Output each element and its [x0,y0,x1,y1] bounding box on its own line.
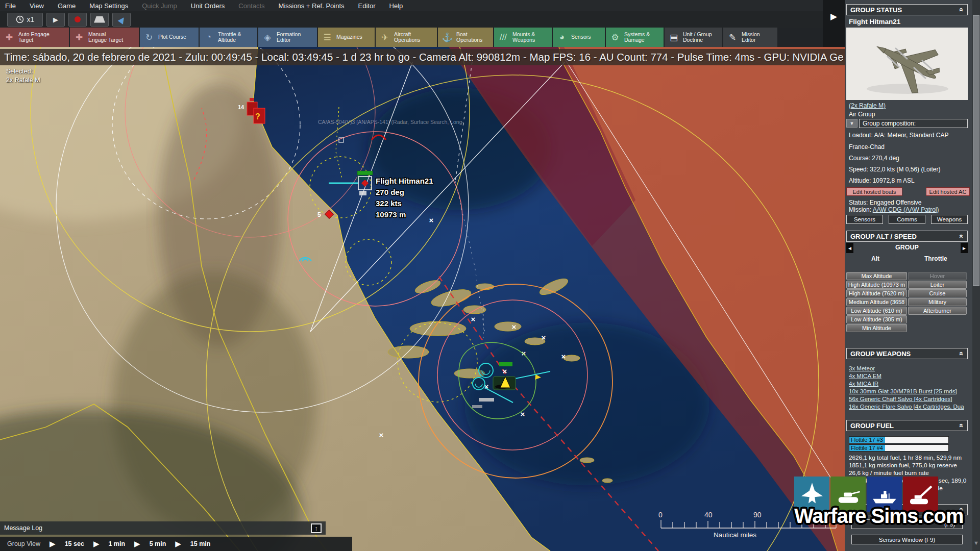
manual-engage-target-button[interactable]: ✚ ManualEngage Target [70,28,139,47]
unit-name: Flight Hitman21 [849,18,900,26]
low-altitude-610-button[interactable]: Low Altitude (610 m) [846,307,907,315]
dropdown-arrow-icon[interactable]: ▼ [846,119,857,128]
throttle-cruise-button[interactable]: Cruise [908,289,967,297]
unit-label-speed: 322 kts [376,199,402,208]
low-altitude-305-button[interactable]: Low Altitude (305 m) [846,315,907,323]
loadout-text: Loadout: A/A: Meteor, Standard CAP [849,132,948,139]
unit-group-doctrine-button[interactable]: ▤ Unit / GroupDoctrine [665,28,722,47]
magazines-button[interactable]: ☰ Magazines [318,28,375,47]
high-altitude-10973-button[interactable]: High Altitude (10973 m [846,281,907,289]
toolbar-overflow-button[interactable]: ▶ [823,0,845,47]
collapse-icon[interactable]: « [958,352,966,356]
sensors-panel-button[interactable]: Sensors [846,215,883,224]
menu-missions-ref-points[interactable]: Missions + Ref. Points [279,2,345,10]
mission-link[interactable]: AAW CDG (AAW Patrol) [873,206,939,213]
unit-window-buttons: Sensors Comms Weapons [846,215,968,224]
menu-help[interactable]: Help [389,2,403,10]
boat-operations-button[interactable]: ⚓ BoatOperations [438,28,493,47]
systems-damage-button[interactable]: ⚙ Systems &Damage [606,28,664,47]
next-group-button[interactable]: ► [961,243,968,253]
high-altitude-7620-button[interactable]: High Altitude (7620 m) [846,289,907,297]
clock-icon [16,15,24,23]
unit-label-altitude: 10973 m [376,210,406,219]
group-fuel-header[interactable]: GROUP FUEL « [846,420,968,431]
collapse-icon[interactable]: « [958,234,966,238]
message-log-expand-button[interactable]: ↑ [311,523,322,533]
speed-step-15min[interactable]: 15 min [190,540,211,547]
weapon-link-mica-ir[interactable]: 4x MICA IR [849,381,878,387]
throttle-altitude-button[interactable]: ◔ Throttle &Altitude [200,28,257,47]
scrollbar-down-icon[interactable]: ▼ [973,540,979,546]
screenshot-button[interactable] [90,13,109,27]
plot-course-button[interactable]: ↻ Plot Course [140,28,199,47]
unit-status-bar [357,171,373,175]
menu-editor[interactable]: Editor [358,2,376,10]
message-log-bar[interactable]: Message Log ↑ [0,521,326,535]
menu-unit-orders[interactable]: Unit Orders [191,2,225,10]
top-bars: File View Game Map Settings Quick Jump U… [0,0,845,47]
plot-course-icon: ↻ [143,32,155,43]
throttle-afterburner-button[interactable]: Afterburner [908,307,967,315]
mission-label: Mission: [849,206,873,213]
min-altitude-button[interactable]: Min Altitude [846,324,907,332]
menu-file[interactable]: File [5,2,16,10]
altitude-text: Altitude: 10972,8 m ASL [849,177,915,184]
medium-altitude-button[interactable]: Medium Altitude (3658 [846,298,907,306]
max-altitude-button[interactable]: Max Altitude [846,272,907,280]
edit-hosted-boats-button[interactable]: Edit hosted boats [846,187,902,196]
collapse-icon[interactable]: « [958,423,966,428]
refpoint-x: × [379,431,384,439]
record-icon [75,16,81,22]
unit-group-doctrine-icon: ▤ [668,32,680,43]
sidebar-scrollbar[interactable]: ▼ [972,0,980,551]
edit-hosted-ac-button[interactable]: Edit hosted AC [926,187,970,196]
group-status-header[interactable]: GROUP STATUS « [846,4,968,15]
play-button[interactable]: ▶ [46,13,65,27]
throttle-loiter-button[interactable]: Loiter [908,281,967,289]
group-alt-speed-header[interactable]: GROUP ALT / SPEED « [846,231,968,242]
weapon-link-mica-em[interactable]: 4x MICA EM [849,373,881,379]
weapon-link-chaff[interactable]: 56x Generic Chaff Salvo [4x Cartridges] [849,396,952,402]
group-composition-bar[interactable]: ▼ Group composition: [846,119,968,128]
tactical-map[interactable]: × × × × × × × × × × 5 ? 14 [0,47,845,551]
mission-editor-button[interactable]: ✎ MissionEditor [723,28,777,47]
group-weapons-header[interactable]: GROUP WEAPONS « [846,348,968,359]
throttle-military-button[interactable]: Military [908,298,967,306]
sensors-button[interactable]: ◕ Sensors [553,28,605,47]
toolbar-overflow-icon: ▶ [830,11,837,22]
speed-step-1min[interactable]: 1 min [108,540,125,547]
menu-map-settings[interactable]: Map Settings [89,2,128,10]
sensors-icon: ◕ [556,32,568,42]
time-compression-button[interactable]: x1 [7,13,43,27]
auto-engage-target-button[interactable]: ✚ Auto EngageTarget [0,28,69,47]
menu-view[interactable]: View [30,2,44,10]
comms-panel-button[interactable]: Comms [889,215,925,224]
magazines-icon: ☰ [321,32,333,43]
aircraft-operations-button[interactable]: ✈ AircraftOperations [376,28,437,47]
time-status-bar: Time: sábado, 20 de febrero de 2021 - Zu… [0,49,845,65]
scalebar-tick-90: 90 [753,511,762,519]
blue-arrow-icon: ▶ [116,14,128,25]
sensors-window-button[interactable]: Sensors Window (F9) [851,535,963,544]
weapon-link-giat[interactable]: 10x 30mm Giat 30/M791B Burst [25 rnds] [849,388,957,394]
right-sidebar: GROUP STATUS « Flight Hitman21 [845,0,980,551]
collapse-icon[interactable]: « [958,8,966,12]
record-button[interactable] [68,13,87,27]
fuel-gauge-1: Flottile 17 #3 [849,436,949,443]
systems-damage-icon: ⚙ [609,32,621,43]
speed-step-5min[interactable]: 5 min [150,540,166,547]
menu-game[interactable]: Game [58,2,76,10]
speed-step-15sec[interactable]: 15 sec [65,540,84,547]
menu-bar: File View Game Map Settings Quick Jump U… [0,0,845,11]
formation-editor-button[interactable]: ◈ FormationEditor [258,28,317,47]
unit-type-link[interactable]: (2x Rafale M) [849,102,886,109]
weapon-link-meteor[interactable]: 3x Meteor [849,365,875,371]
ship-symbol-1 [479,363,493,378]
weapons-panel-button[interactable]: Weapons [931,215,968,224]
scrollbar-thumb[interactable] [973,15,979,286]
map-viewport[interactable]: × × × × × × × × × × 5 ? 14 [0,47,845,551]
jump-button[interactable]: ▶ [112,13,131,27]
menu-contacts: Contacts [238,2,264,10]
mounts-weapons-button[interactable]: /// Mounts &Weapons [494,28,552,47]
weapon-link-flare[interactable]: 16x Generic Flare Salvo [4x Cartridges, … [849,404,964,410]
